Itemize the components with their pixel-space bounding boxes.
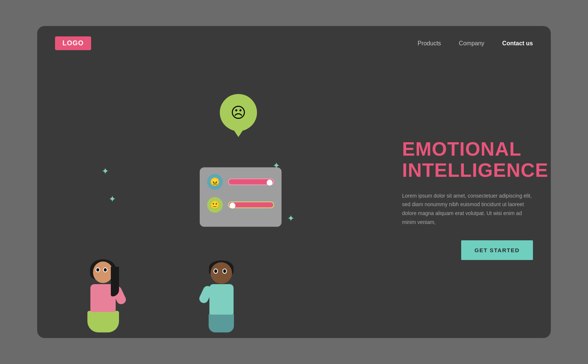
navbar: LOGO Products Company Contact us [37,26,551,61]
angry-emoji: 😠 [207,174,223,189]
nav-products[interactable]: Products [418,40,441,47]
girl-body-group [87,259,119,332]
text-area: EMOTIONAL INTELLIGENCE Lorem ipsum dolor… [395,61,551,338]
illustration-area: ☹ ✦ ✦ ✦ ✦ 😠 🙂 [37,61,395,338]
speech-bubble: ☹ [220,94,257,131]
sparkle-2: ✦ [109,194,116,204]
emotion-board: 😠 🙂 [200,167,282,227]
board-row-2: 🙂 [207,197,274,212]
happy-emoji: 🙂 [207,197,223,212]
get-started-button[interactable]: GET STARTED [461,240,533,260]
girl-character [87,259,119,332]
logo[interactable]: LOGO [55,36,91,50]
nav-contact[interactable]: Contact us [502,40,533,47]
toggle-2[interactable] [228,201,274,208]
nav-company[interactable]: Company [459,40,484,47]
toggle-1-knob [267,179,273,185]
bubble-emoji: ☹ [231,104,246,121]
main-content: ☹ ✦ ✦ ✦ ✦ 😠 🙂 [37,61,551,338]
sparkle-1: ✦ [102,166,109,176]
toggle-2-knob [229,202,235,208]
main-window: LOGO Products Company Contact us ☹ ✦ ✦ ✦… [37,26,551,338]
nav-links: Products Company Contact us [418,40,533,47]
main-title: EMOTIONAL INTELLIGENCE [402,139,533,181]
boy-body-group [209,260,234,332]
board-row-1: 😠 [207,174,274,189]
toggle-1[interactable] [228,178,274,185]
boy-character [209,260,234,332]
main-description: Lorem ipsum dolor sit amet, consectetuer… [402,192,533,227]
sparkle-3: ✦ [273,160,280,171]
sparkle-4: ✦ [287,213,295,224]
